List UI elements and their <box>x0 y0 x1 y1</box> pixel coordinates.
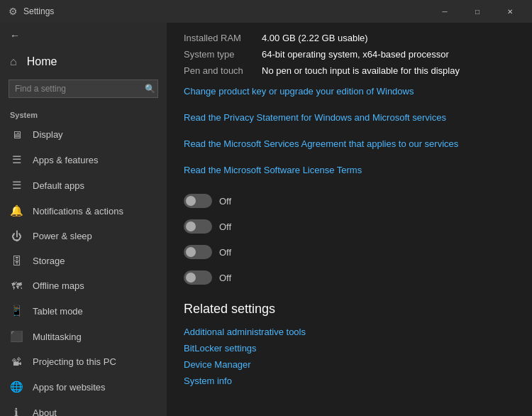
sidebar-item-label: Storage <box>33 256 65 266</box>
sidebar-item-label: Multitasking <box>33 332 82 342</box>
pen-touch-value: No pen or touch input is available for t… <box>262 65 515 76</box>
info-row-pen-touch: Pen and touch No pen or touch input is a… <box>184 62 515 79</box>
home-icon: ⌂ <box>10 55 17 68</box>
search-button[interactable]: 🔍 <box>145 84 155 94</box>
projecting-icon: 📽 <box>10 356 23 368</box>
offline-maps-icon: 🗺 <box>10 280 23 292</box>
back-icon: ← <box>10 30 20 41</box>
system-type-value: 64-bit operating system, x64-based proce… <box>262 49 515 60</box>
software-license-link[interactable]: Read the Microsoft Software License Term… <box>184 163 515 177</box>
sidebar-item-label: Power & sleep <box>33 231 92 241</box>
ram-label: Installed RAM <box>184 33 262 43</box>
system-type-label: System type <box>184 49 262 60</box>
system-info-link[interactable]: System info <box>184 373 515 389</box>
sidebar-item-label: Default apps <box>33 180 84 191</box>
toggle-row-2: Off <box>184 219 515 234</box>
toggle-2[interactable] <box>184 219 212 234</box>
toggle-row-3: Off <box>184 245 515 259</box>
storage-icon: 🗄 <box>10 255 23 267</box>
main-links: Change product key or upgrade your editi… <box>167 79 532 182</box>
back-button[interactable]: ← <box>0 23 167 48</box>
sidebar-item-label: About <box>33 407 57 417</box>
maximize-button[interactable]: □ <box>461 0 494 23</box>
toggles-section: Off Off Off Off <box>167 182 532 290</box>
change-product-key-link[interactable]: Change product key or upgrade your editi… <box>184 84 515 98</box>
sidebar-item-offline-maps[interactable]: 🗺 Offline maps <box>0 273 167 298</box>
titlebar: ⚙ Settings ─ □ ✕ <box>0 0 532 23</box>
power-icon: ⏻ <box>10 230 23 242</box>
minimize-button[interactable]: ─ <box>428 0 461 23</box>
sidebar-item-label: Notifications & actions <box>33 206 123 217</box>
toggle-3-label: Off <box>219 247 231 258</box>
toggle-row-1: Off <box>184 194 515 208</box>
titlebar-left: ⚙ Settings <box>9 6 54 17</box>
sidebar-item-tablet-mode[interactable]: 📱 Tablet mode <box>0 298 167 324</box>
toggle-4[interactable] <box>184 270 212 285</box>
admin-tools-link[interactable]: Additional administrative tools <box>184 324 515 340</box>
default-apps-icon: ☰ <box>10 179 23 192</box>
info-row-ram: Installed RAM 4.00 GB (2.22 GB usable) <box>184 30 515 46</box>
sidebar-item-label: Projecting to this PC <box>33 356 116 367</box>
services-agreement-link[interactable]: Read the Microsoft Services Agreement th… <box>184 137 515 150</box>
sidebar-item-label: Apps & features <box>33 155 99 165</box>
sidebar-item-multitasking[interactable]: ⬛ Multitasking <box>0 324 167 349</box>
titlebar-controls: ─ □ ✕ <box>428 0 526 23</box>
sidebar-item-label: Display <box>33 129 63 140</box>
toggle-3[interactable] <box>184 245 212 259</box>
toggle-1-label: Off <box>219 196 231 207</box>
system-section-header: System <box>0 105 167 122</box>
tablet-icon: 📱 <box>10 305 23 317</box>
sidebar-item-label: Offline maps <box>33 280 84 291</box>
sidebar-item-default-apps[interactable]: ☰ Default apps <box>0 173 167 198</box>
close-button[interactable]: ✕ <box>494 0 526 23</box>
app-body: ← ⌂ Home 🔍 System 🖥 Display ☰ Apps & fea… <box>0 23 532 416</box>
toggle-2-label: Off <box>219 221 231 232</box>
apps-features-icon: ☰ <box>10 153 23 166</box>
apps-websites-icon: 🌐 <box>10 381 23 393</box>
toggle-1[interactable] <box>184 194 212 208</box>
sidebar-item-power-sleep[interactable]: ⏻ Power & sleep <box>0 224 167 248</box>
device-manager-link[interactable]: Device Manager <box>184 356 515 373</box>
home-label: Home <box>27 55 57 68</box>
info-row-system-type: System type 64-bit operating system, x64… <box>184 46 515 62</box>
sidebar-item-label: Tablet mode <box>33 306 83 317</box>
system-info-table: Installed RAM 4.00 GB (2.22 GB usable) S… <box>167 23 532 79</box>
main-content: Installed RAM 4.00 GB (2.22 GB usable) S… <box>167 23 532 416</box>
related-settings-title: Related settings <box>184 302 515 317</box>
ram-value: 4.00 GB (2.22 GB usable) <box>262 33 515 43</box>
about-icon: ℹ <box>10 406 23 416</box>
sidebar: ← ⌂ Home 🔍 System 🖥 Display ☰ Apps & fea… <box>0 23 167 416</box>
multitasking-icon: ⬛ <box>10 330 23 343</box>
search-input[interactable] <box>9 80 158 98</box>
sidebar-item-label: Apps for websites <box>33 382 106 393</box>
related-settings-section: Related settings Additional administrati… <box>167 290 532 389</box>
sidebar-item-notifications[interactable]: 🔔 Notifications & actions <box>0 198 167 224</box>
pen-touch-label: Pen and touch <box>184 65 262 76</box>
sidebar-item-display[interactable]: 🖥 Display <box>0 122 167 147</box>
sidebar-item-apps-features[interactable]: ☰ Apps & features <box>0 147 167 173</box>
privacy-statement-link[interactable]: Read the Privacy Statement for Windows a… <box>184 111 515 124</box>
sidebar-item-apps-websites[interactable]: 🌐 Apps for websites <box>0 374 167 400</box>
search-box: 🔍 <box>9 80 158 98</box>
titlebar-title: Settings <box>23 6 54 16</box>
display-icon: 🖥 <box>10 128 23 141</box>
toggle-4-label: Off <box>219 273 231 283</box>
sidebar-item-projecting[interactable]: 📽 Projecting to this PC <box>0 349 167 374</box>
sidebar-item-about[interactable]: ℹ About <box>0 400 167 416</box>
sidebar-item-storage[interactable]: 🗄 Storage <box>0 248 167 273</box>
sidebar-item-home[interactable]: ⌂ Home <box>0 48 167 75</box>
settings-icon: ⚙ <box>9 6 18 17</box>
bitlocker-link[interactable]: BitLocker settings <box>184 340 515 356</box>
notifications-icon: 🔔 <box>10 204 23 217</box>
toggle-row-4: Off <box>184 270 515 285</box>
